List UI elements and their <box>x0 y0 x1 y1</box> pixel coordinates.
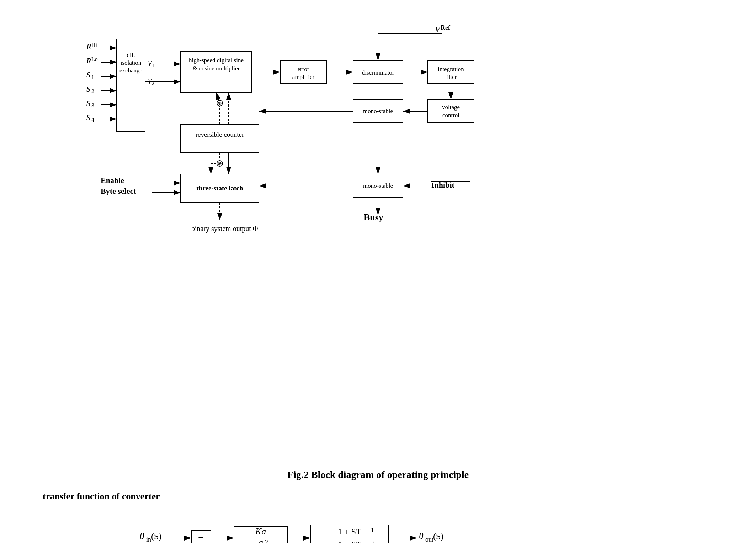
svg-text:⊕: ⊕ <box>218 101 222 106</box>
svg-text:V: V <box>435 25 441 34</box>
svg-text:Byte select: Byte select <box>101 187 136 195</box>
svg-text:1 + ST: 1 + ST <box>338 540 361 543</box>
transfer-function-label: transfer function of converter <box>43 491 735 502</box>
svg-text:mono-stable: mono-stable <box>363 108 393 114</box>
svg-text:S: S <box>86 99 90 108</box>
svg-text:error: error <box>297 66 309 72</box>
svg-text:reversible counter: reversible counter <box>196 131 244 138</box>
svg-text:Lo: Lo <box>91 56 98 62</box>
svg-text:+: + <box>198 532 204 543</box>
svg-text:mono-stable: mono-stable <box>363 182 393 189</box>
svg-text:1: 1 <box>371 527 374 534</box>
svg-text:(S): (S) <box>433 532 443 541</box>
svg-text:Ref: Ref <box>441 24 451 31</box>
svg-text:high-speed digital sine: high-speed digital sine <box>189 57 244 64</box>
block-diagram: text { font-family: 'Times New Roman', T… <box>76 21 680 242</box>
svg-text:& cosine multiplier: & cosine multiplier <box>193 65 240 72</box>
svg-text:R: R <box>86 56 91 65</box>
svg-text:out: out <box>425 536 433 543</box>
main-container: text { font-family: 'Times New Roman', T… <box>0 0 756 543</box>
svg-text:three-state latch: three-state latch <box>196 184 243 192</box>
svg-text:voltage: voltage <box>442 104 460 111</box>
svg-text:S: S <box>86 113 90 122</box>
svg-text:1: 1 <box>91 74 94 80</box>
svg-text:amplifier: amplifier <box>292 74 315 80</box>
svg-text:Busy: Busy <box>364 212 383 222</box>
svg-text:θ: θ <box>419 531 424 541</box>
svg-text:exchange: exchange <box>119 67 142 74</box>
fig-caption: Fig.2 Block diagram of operating princip… <box>21 469 735 480</box>
svg-text:filter: filter <box>445 74 457 80</box>
svg-text:in: in <box>146 536 151 543</box>
svg-text:θ: θ <box>140 531 144 541</box>
svg-text:2: 2 <box>265 539 268 543</box>
svg-text:isolation: isolation <box>121 59 142 66</box>
transfer-svg: θ in (S) + Ka S 2 1 + ST 1 1 + ST 2 <box>129 509 627 543</box>
svg-text:3: 3 <box>91 102 94 108</box>
svg-text:S: S <box>86 85 90 93</box>
svg-text:dif.: dif. <box>127 52 135 58</box>
block-diagram-svg: text { font-family: 'Times New Roman', T… <box>76 21 680 242</box>
svg-rect-53 <box>181 124 259 153</box>
svg-text:2: 2 <box>372 539 375 543</box>
svg-text:S: S <box>259 539 263 543</box>
svg-text:integration: integration <box>438 66 464 72</box>
svg-text:discriminator: discriminator <box>362 69 394 76</box>
svg-text:binary system output  Φ: binary system output Φ <box>191 225 258 233</box>
svg-text:(S): (S) <box>151 532 161 541</box>
svg-text:2: 2 <box>91 88 94 94</box>
svg-text:Ka: Ka <box>255 526 266 537</box>
svg-text:Inhibit: Inhibit <box>431 181 454 189</box>
svg-text:S: S <box>86 70 90 79</box>
svg-text:control: control <box>442 112 459 119</box>
svg-text:4: 4 <box>91 117 94 123</box>
svg-text:⊕: ⊕ <box>218 161 222 166</box>
label-r-hi-sub: Hi <box>91 42 97 48</box>
svg-rect-47 <box>428 100 474 123</box>
transfer-diagram: θ in (S) + Ka S 2 1 + ST 1 1 + ST 2 <box>129 509 627 543</box>
svg-text:1 + ST: 1 + ST <box>338 527 361 536</box>
label-r-hi: R <box>86 42 91 51</box>
